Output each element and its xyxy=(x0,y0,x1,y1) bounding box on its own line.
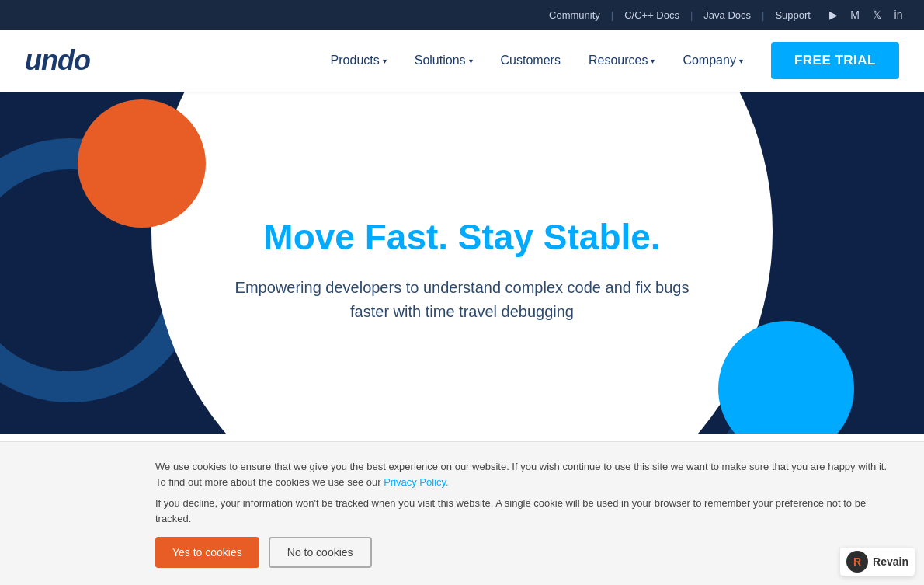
topbar-community[interactable]: Community xyxy=(538,9,611,21)
nav-company-label: Company xyxy=(683,54,735,68)
nav-resources-label: Resources xyxy=(589,54,648,68)
topbar-java-docs[interactable]: Java Docs xyxy=(693,9,762,21)
nav-customers-label: Customers xyxy=(501,54,561,68)
nav-solutions[interactable]: Solutions ▾ xyxy=(402,47,485,74)
topbar-social-icons: ▶ M 𝕏 in xyxy=(826,8,905,22)
topbar-support[interactable]: Support xyxy=(764,9,822,21)
nav-products-label: Products xyxy=(331,54,380,68)
resources-chevron-icon: ▾ xyxy=(651,57,655,65)
nav-solutions-label: Solutions xyxy=(415,54,466,68)
logo[interactable]: undo xyxy=(25,44,90,77)
youtube-icon[interactable]: ▶ xyxy=(826,8,840,22)
topbar-cpp-docs[interactable]: C/C++ Docs xyxy=(613,9,690,21)
topbar-links: Community | C/C++ Docs | Java Docs | Sup… xyxy=(538,9,822,21)
products-chevron-icon: ▾ xyxy=(383,57,387,65)
solutions-chevron-icon: ▾ xyxy=(469,57,473,65)
nav-company[interactable]: Company ▾ xyxy=(670,47,755,74)
nav-links: Products ▾ Solutions ▾ Customers Resourc… xyxy=(318,47,756,74)
navbar: undo Products ▾ Solutions ▾ Customers Re… xyxy=(0,30,924,92)
hero-title: Move Fast. Stay Stable. xyxy=(229,217,695,258)
twitter-icon[interactable]: 𝕏 xyxy=(870,8,884,22)
logo-text: undo xyxy=(25,44,90,76)
nav-resources[interactable]: Resources ▾ xyxy=(576,47,667,74)
medium-icon[interactable]: M xyxy=(848,8,862,22)
topbar: Community | C/C++ Docs | Java Docs | Sup… xyxy=(0,0,924,30)
nav-customers[interactable]: Customers xyxy=(488,47,573,74)
linkedin-icon[interactable]: in xyxy=(891,8,905,22)
hero-subtitle: Empowering developers to understand comp… xyxy=(229,276,695,324)
hero-content: Move Fast. Stay Stable. Empowering devel… xyxy=(198,170,726,356)
hero-section: Move Fast. Stay Stable. Empowering devel… xyxy=(0,92,924,434)
free-trial-button[interactable]: FREE TRIAL xyxy=(771,42,899,79)
company-chevron-icon: ▾ xyxy=(739,57,743,65)
orange-circle-decoration xyxy=(78,99,206,228)
nav-products[interactable]: Products ▾ xyxy=(318,47,399,74)
